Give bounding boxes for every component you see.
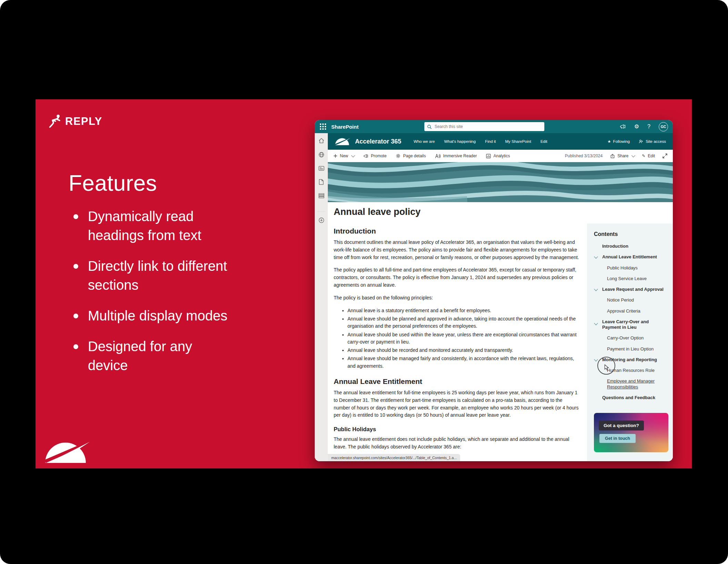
toc-item-carry-over-option[interactable]: Carry-Over Option [594,335,667,341]
toc-item-long-service-leave[interactable]: Long Service Leave [594,276,667,281]
suite-bar: SharePoint ⚙ ? GC [315,120,673,133]
principles-list: Annual leave is a statutory entitlement … [334,307,580,370]
app-name: SharePoint [331,124,358,130]
left-app-rail [315,133,328,461]
share-icon [610,154,615,158]
help-icon[interactable]: ? [647,124,650,129]
page-icon[interactable] [319,179,324,185]
chevron-down-icon[interactable] [594,255,598,259]
command-bar: New Promote Page detai [328,150,673,162]
runner-icon [48,114,63,129]
analytics-button[interactable]: Analytics [486,154,510,158]
link-status-tooltip: maccelerator.sharepoint.com/sites/Accele… [328,454,460,461]
feedback-megaphone-icon[interactable] [620,124,626,129]
suite-bar-actions: ⚙ ? GC [620,122,668,131]
toc-item-employee-manager-responsibilities[interactable]: Employee and Manager Responsibilities [594,378,667,390]
create-plus-icon[interactable] [318,217,324,223]
promote-megaphone-icon [363,154,368,158]
library-icon[interactable] [318,193,324,198]
slide-bullet-list: Dynamically read headings from text Dire… [71,207,230,387]
site-nav: Who we are What's happening Find it My S… [414,139,547,144]
table-of-contents-panel: Contents Introduction Annual Leave Entit… [587,224,673,461]
immersive-reader-icon [435,154,441,158]
search-box[interactable] [424,122,544,131]
home-icon[interactable] [318,138,324,144]
toc-heading: Contents [594,231,667,237]
title-band: Annual leave policy [328,202,673,221]
immersive-reader-button[interactable]: Immersive Reader [435,154,477,158]
following-button[interactable]: ★ Following [607,139,630,144]
brand-name: REPLY [65,115,102,128]
nav-edit[interactable]: Edit [540,139,547,144]
list-item: Annual leave should be managed fairly an… [347,355,580,370]
chevron-down-icon [631,154,635,157]
news-icon[interactable] [318,166,324,171]
section-heading-introduction: Introduction [334,227,580,235]
chevron-down-icon[interactable] [594,321,598,325]
chevron-down-icon[interactable] [594,357,598,361]
nav-who-we-are[interactable]: Who we are [414,139,435,144]
hero-banner-image [328,162,673,202]
promote-button[interactable]: Promote [363,154,386,158]
avatar[interactable]: GC [659,122,668,131]
toc-item-leave-carry-over[interactable]: Leave Carry-Over and Payment in Lieu [594,319,667,330]
toc-item-questions-feedback[interactable]: Questions and Feedback [594,395,667,400]
paragraph: The annual leave entitlement does not in… [334,436,580,451]
toc-item-approval-criteria[interactable]: Approval Criteria [594,308,667,314]
toc-item-notice-period[interactable]: Notice Period [594,297,667,303]
toc-item-leave-request-approval[interactable]: Leave Request and Approval [594,287,667,292]
list-item: Annual leave is a statutory entitlement … [347,307,580,314]
slide-bullet: Directly link to different sections [71,257,230,295]
accelerator-dome-logo [44,442,90,464]
nav-my-sharepoint[interactable]: My SharePoint [505,139,531,144]
site-logo[interactable] [335,138,351,146]
nav-find-it[interactable]: Find it [485,139,496,144]
get-in-touch-button[interactable]: Get in touch [599,434,636,443]
section-heading-public-holidays: Public Holidays [334,426,580,433]
section-heading-entitlement: Annual Leave Entitlement [334,377,580,386]
gear-icon[interactable]: ⚙ [634,124,639,129]
waffle-menu-icon[interactable] [320,123,326,130]
new-button[interactable]: New [333,154,354,158]
site-title[interactable]: Accelerator 365 [355,138,401,145]
toc-item-introduction[interactable]: Introduction [594,244,667,249]
toc-item-annual-leave-entitlement[interactable]: Annual Leave Entitlement [594,254,667,260]
search-input[interactable] [434,124,542,129]
site-access-button[interactable]: Site access [639,139,666,144]
expand-icon[interactable] [663,154,667,158]
slide-bullet: Multiple display modes [71,306,230,325]
edit-button[interactable]: ✎ Edit [642,154,655,158]
toc-item-payment-in-lieu-option[interactable]: Payment in Lieu Option [594,346,667,352]
globe-icon[interactable] [318,152,324,158]
paragraph: The policy applies to all full-time and … [334,266,580,289]
page-details-button[interactable]: Page details [396,154,426,158]
toc-item-monitoring-reporting[interactable]: Monitoring and Reporting [594,357,667,363]
paragraph: The annual leave entitlement for full-ti… [334,389,580,419]
published-date: Published 3/13/2024 [565,154,603,158]
site-header-actions: ★ Following Site access [607,139,666,144]
toc-item-public-holidays[interactable]: Public Holidays [594,265,667,271]
article-body: Introduction This document outlines the … [334,222,580,461]
chevron-down-icon[interactable] [594,287,598,291]
page-details-icon [396,154,401,158]
toc-item-human-resources-role[interactable]: Human Resources Role [594,368,667,373]
pencil-icon: ✎ [642,154,645,158]
plus-icon [333,154,337,158]
share-button[interactable]: Share [610,154,634,158]
screenshot-canvas: REPLY Features Dynamically read headings… [0,0,728,564]
star-icon: ★ [607,139,611,144]
list-item: Annual leave should be recorded and moni… [347,347,580,354]
page-canvas[interactable]: Annual leave policy Introduction This do… [328,162,673,461]
page-title: Annual leave policy [334,207,421,217]
nav-whats-happening[interactable]: What's happening [444,139,476,144]
paragraph: This document outlines the annual leave … [334,239,580,261]
analytics-icon [486,154,491,158]
chevron-down-icon [351,154,355,157]
slide-title: Features [69,170,157,196]
search-icon [427,125,432,129]
sharepoint-window: SharePoint ⚙ ? GC [315,120,673,461]
slide-bullet: Dynamically read headings from text [71,207,230,245]
list-item: Annual leave should be planned and appro… [347,315,580,330]
slide-bullet: Designed for any device [71,337,230,375]
promo-question-label: Got a question? [599,420,644,431]
